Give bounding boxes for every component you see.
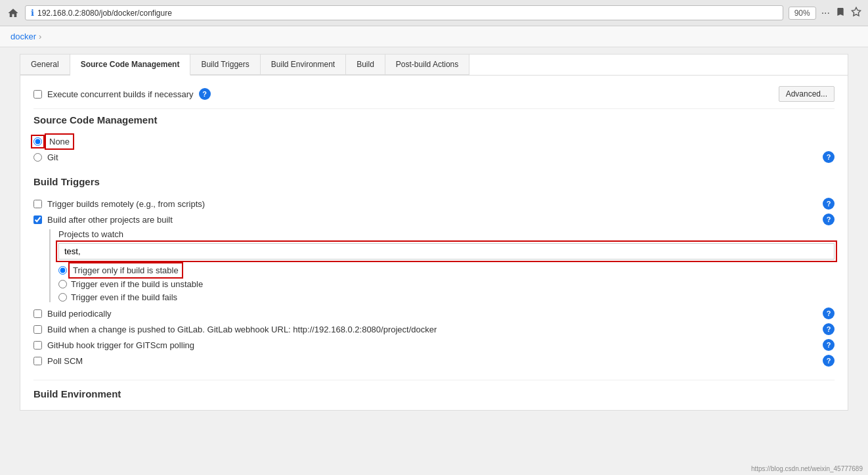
svg-marker-0 <box>852 7 860 16</box>
trigger-fails-label: Trigger even if the build fails <box>71 292 177 302</box>
concurrent-builds-label: Execute concurrent builds if necessary <box>47 89 194 99</box>
concurrent-builds-checkbox[interactable] <box>33 90 42 99</box>
trigger-unstable-radio[interactable] <box>58 280 67 288</box>
trigger-remote-row: Trigger builds remotely (e.g., from scri… <box>33 198 835 210</box>
scm-none-row: None <box>33 136 835 147</box>
trigger-remote-label: Trigger builds remotely (e.g., from scri… <box>47 199 205 209</box>
advanced-button[interactable]: Advanced... <box>779 86 835 102</box>
trigger-fails-radio[interactable] <box>58 293 67 302</box>
source-code-section: Source Code Management None Git ? <box>33 114 835 163</box>
projects-watch-label: Projects to watch <box>58 229 835 239</box>
info-icon: ℹ <box>31 8 34 18</box>
scm-git-label: Git <box>47 152 58 162</box>
main-content: General Source Code Management Build Tri… <box>0 54 868 475</box>
tab-bar: General Source Code Management Build Tri… <box>20 54 848 75</box>
trigger-after-other-label: Build after other projects are built <box>47 215 173 225</box>
trigger-github-row: GitHub hook trigger for GITScm polling ? <box>33 339 835 351</box>
top-section: Execute concurrent builds if necessary ?… <box>33 86 835 102</box>
more-icon[interactable]: ··· <box>821 7 830 19</box>
trigger-stable-radio[interactable] <box>58 266 67 275</box>
trigger-github-help[interactable]: ? <box>823 339 835 351</box>
concurrent-builds-help[interactable]: ? <box>199 88 211 100</box>
build-periodically-help[interactable]: ? <box>823 307 835 319</box>
trigger-gitlab-checkbox[interactable] <box>33 325 42 334</box>
trigger-gitlab-label: Build when a change is pushed to GitLab.… <box>47 325 437 334</box>
breadcrumb: docker › <box>0 26 868 47</box>
scm-none-radio[interactable] <box>33 137 42 146</box>
projects-watch-input[interactable] <box>58 243 835 260</box>
trigger-unstable-label: Trigger even if the build is unstable <box>71 279 203 289</box>
star-icon[interactable] <box>851 7 861 20</box>
build-periodically-row: Build periodically ? <box>33 307 835 319</box>
trigger-remote-help[interactable]: ? <box>823 198 835 210</box>
trigger-fails-row: Trigger even if the build fails <box>58 292 835 302</box>
trigger-unstable-row: Trigger even if the build is unstable <box>58 279 835 289</box>
url-text: 192.168.0.2:8080/job/docker/configure <box>37 9 172 18</box>
tab-general[interactable]: General <box>20 55 70 75</box>
watermark: https://blog.csdn.net/weixin_45777689 <box>751 465 863 472</box>
browser-chrome: ℹ 192.168.0.2:8080/job/docker/configure … <box>0 0 868 26</box>
tab-build[interactable]: Build <box>346 55 385 75</box>
trigger-gitlab-help[interactable]: ? <box>823 323 835 335</box>
trigger-gitlab-row: Build when a change is pushed to GitLab.… <box>33 323 835 335</box>
divider <box>33 108 835 109</box>
concurrent-builds-row: Execute concurrent builds if necessary ? <box>33 88 211 100</box>
trigger-poll-label: Poll SCM <box>47 356 83 366</box>
trigger-github-label: GitHub hook trigger for GITScm polling <box>47 340 194 350</box>
source-code-title: Source Code Management <box>33 114 835 128</box>
trigger-after-other-checkbox[interactable] <box>33 215 42 224</box>
build-environment-title: Build Environment <box>33 380 835 399</box>
zoom-indicator: 90% <box>789 7 816 20</box>
build-triggers-title: Build Triggers <box>33 176 835 190</box>
build-periodically-label: Build periodically <box>47 309 112 319</box>
scm-help[interactable]: ? <box>823 151 835 163</box>
trigger-poll-help[interactable]: ? <box>823 355 835 367</box>
breadcrumb-arrow: › <box>39 32 41 41</box>
tab-build-environment[interactable]: Build Environment <box>261 55 346 75</box>
tab-build-triggers[interactable]: Build Triggers <box>190 55 260 75</box>
build-periodically-checkbox[interactable] <box>33 309 42 318</box>
trigger-poll-checkbox[interactable] <box>33 357 42 365</box>
scm-git-radio[interactable] <box>33 153 42 162</box>
bookmark-icon[interactable] <box>835 7 846 20</box>
trigger-stable-label: Trigger only if build is stable <box>71 265 181 276</box>
tab-post-build[interactable]: Post-build Actions <box>385 55 469 75</box>
tab-source-code[interactable]: Source Code Management <box>70 55 191 76</box>
trigger-stable-row: Trigger only if build is stable <box>58 265 835 276</box>
trigger-github-checkbox[interactable] <box>33 341 42 350</box>
trigger-remote-checkbox[interactable] <box>33 200 42 208</box>
projects-watch-section: Projects to watch Trigger only if build … <box>49 229 835 302</box>
browser-actions: ··· <box>821 7 861 20</box>
address-bar[interactable]: ℹ 192.168.0.2:8080/job/docker/configure <box>25 5 783 20</box>
build-triggers-section: Build Triggers Trigger builds remotely (… <box>33 176 835 367</box>
breadcrumb-item[interactable]: docker <box>11 32 36 41</box>
config-panel: Execute concurrent builds if necessary ?… <box>20 75 848 411</box>
scm-git-row: Git ? <box>33 151 835 163</box>
home-icon[interactable] <box>7 7 20 20</box>
trigger-poll-row: Poll SCM ? <box>33 355 835 367</box>
trigger-after-other-row: Build after other projects are built ? <box>33 214 835 225</box>
trigger-after-other-help[interactable]: ? <box>823 214 835 225</box>
scm-none-label: None <box>47 136 72 147</box>
